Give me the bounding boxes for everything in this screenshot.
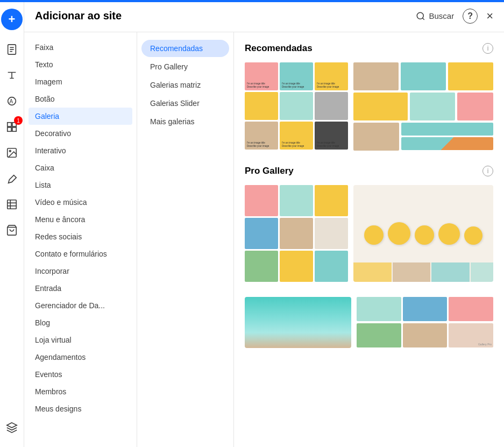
icon-sidebar: + A 1 [0, 0, 24, 447]
rec-right-thumb-9 [401, 137, 493, 150]
recommended-section: Recomendadas i I'm an image titleDescrib… [245, 43, 493, 151]
mid-nav-item-galerias-slider[interactable]: Galerias Slider [141, 95, 229, 112]
svg-rect-6 [8, 123, 11, 126]
sidebar-item-texto[interactable]: Texto [24, 56, 137, 73]
pro-gallery-left-mosaic[interactable] [245, 185, 348, 282]
header-actions: Buscar ? × [416, 9, 493, 24]
third-thumb-6: Gallery Pro [449, 323, 493, 347]
mid-nav: Recomendadas Pro Gallery Galerias matriz… [137, 32, 234, 447]
grid-icon-btn[interactable]: 1 [1, 116, 23, 138]
sidebar-item-galeria[interactable]: Galeria [29, 108, 132, 125]
svg-rect-12 [8, 200, 17, 209]
thumb-6 [315, 92, 348, 120]
third-thumb-3 [449, 297, 493, 321]
sidebar-item-blog[interactable]: Blog [24, 314, 137, 331]
thumb-4 [245, 92, 278, 120]
rec-right-thumb-6 [457, 93, 493, 120]
third-thumb-5 [403, 323, 448, 347]
pro-gallery-section-title: Pro Gallery [245, 166, 294, 176]
sidebar-item-loja[interactable]: Loja virtual [24, 331, 137, 349]
layers-icon [6, 422, 18, 434]
sidebar-item-lista[interactable]: Lista [24, 176, 137, 194]
sidebar-item-imagem[interactable]: Imagem [24, 73, 137, 90]
third-thumb-4 [357, 323, 401, 347]
add-button[interactable]: + [1, 9, 23, 30]
sidebar-item-faixa[interactable]: Faixa [24, 39, 137, 56]
pro-gallery-large-thumb [353, 185, 493, 282]
recommended-section-title: Recomendadas [245, 43, 313, 54]
sidebar-item-menu[interactable]: Menu e âncora [24, 211, 137, 228]
text-icon-btn[interactable] [1, 65, 23, 86]
sidebar-item-entrada[interactable]: Entrada [24, 280, 137, 297]
type-icon-btn[interactable]: A [1, 90, 23, 112]
sidebar-item-contato[interactable]: Contato e formulários [24, 245, 137, 262]
layers-icon-btn[interactable] [1, 417, 23, 438]
recommended-right-mosaic[interactable] [353, 62, 493, 151]
pro-thumb-9 [315, 251, 348, 282]
third-right-mosaic[interactable]: Gallery Pro [357, 297, 493, 348]
rec-right-thumb-2 [401, 62, 446, 90]
rec-right-thumb-8 [401, 123, 493, 136]
sidebar-item-meus-designs[interactable]: Meus designs [24, 400, 137, 417]
third-thumb-1 [357, 297, 401, 321]
svg-line-19 [423, 18, 424, 19]
image-icon-btn[interactable] [1, 142, 23, 164]
pro-gallery-container [245, 185, 493, 282]
sidebar-item-redes[interactable]: Redes sociais [24, 228, 137, 245]
pro-gallery-info-icon[interactable]: i [482, 166, 493, 176]
notification-badge: 1 [14, 116, 23, 125]
recommended-info-icon[interactable]: i [482, 43, 493, 54]
mid-nav-item-pro-gallery[interactable]: Pro Gallery [141, 58, 229, 75]
table-icon [6, 198, 18, 210]
pro-thumb-3 [315, 185, 348, 216]
sidebar-item-gerenciador[interactable]: Gerenciador de Da... [24, 297, 137, 314]
pro-thumb-4 [245, 218, 278, 249]
pro-thumb-2 [280, 185, 313, 216]
thumb-7: I'm an image titleDescribe your image [245, 122, 278, 150]
help-button[interactable]: ? [463, 9, 478, 24]
sidebar-item-incorporar[interactable]: Incorporar [24, 262, 137, 280]
rec-right-thumb-5 [410, 93, 455, 120]
pro-thumb-7 [245, 251, 278, 282]
recommended-gallery-container: I'm an image titleDescribe your image I'… [245, 62, 493, 151]
sidebar-item-agendamentos[interactable]: Agendamentos [24, 349, 137, 366]
svg-text:A: A [9, 98, 13, 104]
thumb-3: I'm an image titleDescribe your image [315, 62, 348, 90]
mid-nav-item-mais-galerias[interactable]: Mais galerias [141, 113, 229, 130]
pro-gallery-section: Pro Gallery i [245, 166, 493, 282]
rec-right-thumb-1 [353, 62, 399, 90]
sidebar-item-caixa[interactable]: Caixa [24, 159, 137, 176]
page-title: Adicionar ao site [35, 10, 416, 22]
sidebar-item-botao[interactable]: Botão [24, 90, 137, 108]
pro-thumb-6 [315, 218, 348, 249]
bag-icon-btn[interactable] [1, 219, 23, 241]
svg-marker-17 [7, 423, 17, 428]
sidebar-item-interativo[interactable]: Interativo [24, 142, 137, 159]
third-thumb-2 [403, 297, 448, 321]
sidebar-item-membros[interactable]: Membros [24, 383, 137, 400]
sidebar-item-decorativo[interactable]: Decorativo [24, 125, 137, 142]
sidebar-item-eventos[interactable]: Eventos [24, 366, 137, 383]
thumb-1: I'm an image titleDescribe your image [245, 62, 278, 90]
mid-nav-item-recomendadas[interactable]: Recomendadas [141, 40, 229, 57]
svg-point-18 [417, 12, 424, 19]
close-button[interactable]: × [486, 9, 493, 23]
third-gallery-container: Gallery Pro [245, 297, 493, 348]
third-left-thumb[interactable] [245, 297, 351, 348]
thumb-8: I'm an image titleDescribe your image [280, 122, 313, 150]
header: Adicionar ao site Buscar ? × [24, 0, 504, 32]
pen-icon-btn[interactable] [1, 168, 23, 189]
search-label: Buscar [429, 11, 454, 20]
pro-thumb-8 [280, 251, 313, 282]
document-icon-btn[interactable] [1, 39, 23, 60]
document-icon [6, 44, 18, 55]
table-icon-btn[interactable] [1, 194, 23, 215]
image-icon [6, 147, 18, 159]
recommended-left-mosaic[interactable]: I'm an image titleDescribe your image I'… [245, 62, 348, 151]
search-button[interactable]: Buscar [416, 11, 454, 21]
mid-nav-item-galerias-matriz[interactable]: Galerias matriz [141, 76, 229, 94]
pro-gallery-right-thumb[interactable] [353, 185, 493, 282]
rec-right-thumb-3 [448, 62, 493, 90]
sidebar-item-video[interactable]: Vídeo e música [24, 194, 137, 211]
rec-right-thumb-7 [353, 123, 399, 151]
